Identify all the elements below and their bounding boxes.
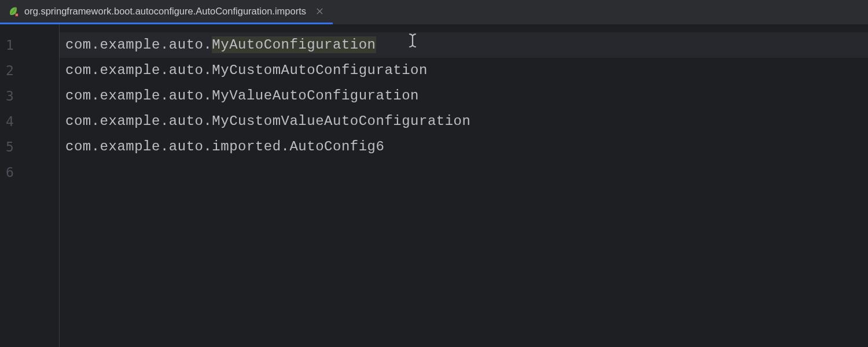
code-line[interactable]: com.example.auto.MyValueAutoConfiguratio…	[65, 83, 868, 109]
highlighted-text: MyAutoConfiguration	[212, 36, 376, 53]
code-line[interactable]: com.example.auto.MyCustomValueAutoConfig…	[65, 109, 868, 134]
spring-leaf-icon	[8, 6, 19, 17]
line-number: 3	[0, 83, 59, 109]
line-number: 1	[0, 32, 59, 58]
line-number: 6	[0, 160, 59, 185]
code-line[interactable]	[65, 160, 868, 185]
gutter: 123456	[0, 24, 60, 347]
tab-bar: org.springframework.boot.autoconfigure.A…	[0, 0, 868, 24]
close-icon[interactable]	[314, 6, 325, 17]
line-number: 4	[0, 109, 59, 134]
editor-tab[interactable]: org.springframework.boot.autoconfigure.A…	[0, 0, 333, 24]
code-line[interactable]: com.example.auto.MyAutoConfiguration	[60, 32, 868, 58]
tab-filename: org.springframework.boot.autoconfigure.A…	[24, 6, 306, 17]
code-line[interactable]: com.example.auto.MyCustomAutoConfigurati…	[65, 58, 868, 83]
line-number: 5	[0, 134, 59, 160]
code-content[interactable]: com.example.auto.MyAutoConfigurationcom.…	[60, 24, 868, 347]
code-line[interactable]: com.example.auto.imported.AutoConfig6	[65, 134, 868, 160]
editor-area: 123456 com.example.auto.MyAutoConfigurat…	[0, 24, 868, 347]
line-number: 2	[0, 58, 59, 83]
